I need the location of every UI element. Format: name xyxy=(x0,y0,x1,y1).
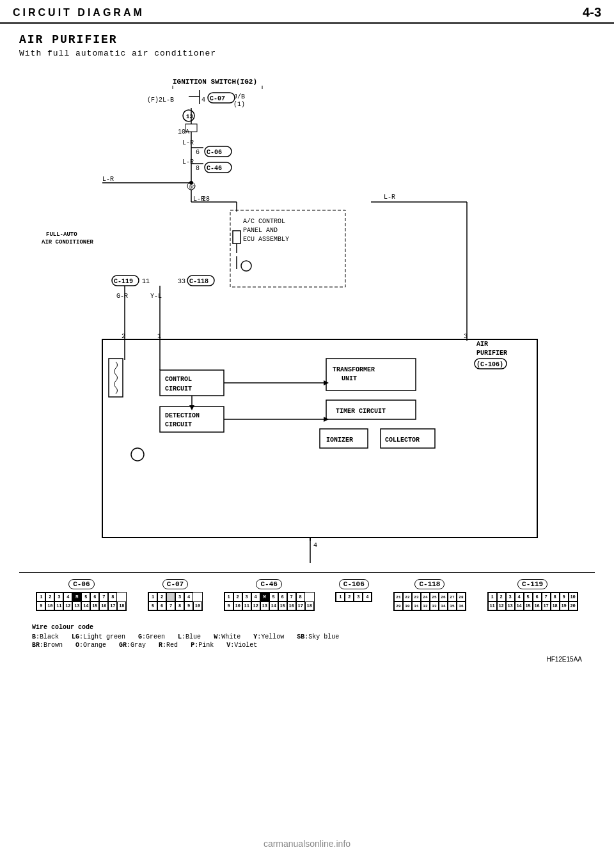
connector-legend: C-06 1 2 3 4 M 5 6 7 8 9 10 11 12 xyxy=(19,572,595,611)
main-content: AIR PURIFIER With full automatic air con… xyxy=(0,24,614,674)
control-circuit: CONTROL xyxy=(165,376,192,383)
wire-code-l: L:Blue xyxy=(178,633,201,640)
c46-pins: 1 2 3 4 M 5 6 7 8 9 10 11 12 13 14 xyxy=(224,592,315,611)
header-title: CIRCUIT DIAGRAM xyxy=(13,7,145,19)
diagram-title: AIR PURIFIER xyxy=(19,33,595,46)
connector-c06: C-06 1 2 3 4 M 5 6 7 8 9 10 11 12 xyxy=(36,579,127,611)
ignition-switch-label: IGNITION SWITCH(IG2) xyxy=(173,78,257,86)
lr-label-1: L-R xyxy=(182,139,194,146)
connector-c119: C-119 1 2 3 4 5 6 7 8 9 10 11 12 13 xyxy=(487,579,578,611)
connector-c07: C-07 1 2 3 4 5 6 7 8 9 10 xyxy=(148,579,203,611)
c119-legend-label: C-119 xyxy=(517,579,547,589)
lr-label-2: L-R xyxy=(182,159,194,166)
c119-inline: C-119 xyxy=(114,278,133,285)
footer-code: HF12E15AA xyxy=(546,656,582,663)
c119-pins: 1 2 3 4 5 6 7 8 9 10 11 12 13 14 15 xyxy=(487,592,578,611)
c118-label: C-118 xyxy=(414,579,445,589)
wire-code-v: V:Violet xyxy=(226,642,257,649)
c46-label: C-46 xyxy=(256,579,281,589)
air-conditioner-label: AIR CONDITIONER xyxy=(42,239,94,245)
pin2: 2 xyxy=(122,333,125,340)
detection-circuit: DETECTION xyxy=(165,412,200,419)
air-purifier-label: AIR xyxy=(476,341,488,348)
c07-label: C-07 xyxy=(210,95,225,102)
transformer-unit: TRANSFORMER xyxy=(333,366,375,373)
svg-text:PANEL AND: PANEL AND xyxy=(243,227,278,234)
wire-code-o: O:Orange xyxy=(75,642,106,649)
c07-pins: 1 2 3 4 5 6 7 8 9 10 xyxy=(148,592,203,611)
wire-code-b: B:Black xyxy=(32,633,59,640)
jb-label: J/B xyxy=(233,93,245,100)
collector-label: COLLECTOR xyxy=(385,437,420,444)
diagram-subtitle: With full automatic air conditioner xyxy=(19,49,595,58)
svg-point-55 xyxy=(131,448,144,461)
connector-c118: C-118 21 22 23 24 25 26 27 28 29 30 31 3… xyxy=(393,579,466,611)
pin4-label: 4 xyxy=(201,97,205,104)
gr-label: G-R xyxy=(116,293,128,300)
wire-code-sb: SB:Sky blue xyxy=(297,633,339,640)
wire-code-p: P:Pink xyxy=(191,642,214,649)
pin6: 6 xyxy=(196,149,200,156)
b-wire-label: B xyxy=(313,562,319,563)
wire-code-w: W:White xyxy=(214,633,240,640)
svg-text:PURIFIER: PURIFIER xyxy=(476,350,507,357)
ionizer-label: IONIZER xyxy=(326,437,353,444)
svg-text:CIRCUIT: CIRCUIT xyxy=(165,385,192,392)
svg-rect-44 xyxy=(326,359,416,391)
pin11: 11 xyxy=(142,278,150,285)
wire-code-y: Y:Yellow xyxy=(253,633,284,640)
pin3: 3 xyxy=(464,333,468,340)
pin1: 1 xyxy=(157,333,161,340)
c106-legend-label: C-106 xyxy=(339,579,369,589)
svg-marker-61 xyxy=(189,405,194,410)
timer-circuit: TIMER CIRCUIT xyxy=(336,408,386,415)
watermark: carmanualsonline.info xyxy=(0,839,614,849)
c106-label: (C-106) xyxy=(476,361,503,368)
f2lb-label: (F)2L-B xyxy=(147,97,174,104)
lr-horiz-label: L-R xyxy=(102,176,114,183)
c46-inline-label: C-46 xyxy=(207,165,222,172)
c118-inline: C-118 xyxy=(189,278,209,285)
c06-inline-label: C-06 xyxy=(207,149,222,156)
full-auto-label: FULL-AUTO xyxy=(46,231,77,238)
header-page: 4-3 xyxy=(583,5,601,20)
wire-code-g: G:Green xyxy=(138,633,165,640)
pin8: 8 xyxy=(196,165,200,172)
connector-c106: C-106 1 2 3 4 xyxy=(335,579,372,602)
page-header: CIRCUIT DIAGRAM 4-3 xyxy=(0,0,614,24)
ac-control-label: A/C CONTROL xyxy=(243,218,285,225)
svg-point-28 xyxy=(241,261,251,271)
svg-text:CIRCUIT: CIRCUIT xyxy=(165,421,192,428)
wire-color-code: Wire colour code B:Black LG:Light green … xyxy=(19,621,595,652)
svg-rect-41 xyxy=(109,359,123,397)
lr-right-label: L-R xyxy=(384,194,395,201)
c06-label: C-06 xyxy=(68,579,94,589)
c106-pins: 1 2 3 4 xyxy=(335,592,372,602)
pin33: 33 xyxy=(178,278,185,285)
pin4-b: 4 xyxy=(313,542,317,549)
wire-code-br: BR:Brown xyxy=(32,642,63,649)
wire-code-r: R:Red xyxy=(159,642,178,649)
svg-text:13: 13 xyxy=(186,114,193,120)
c07-label: C-07 xyxy=(162,579,188,589)
svg-text:(1): (1) xyxy=(233,101,245,108)
c06-pins: 1 2 3 4 M 5 6 7 8 9 10 11 12 13 14 xyxy=(36,592,127,611)
svg-text:ECU ASSEMBLY: ECU ASSEMBLY xyxy=(243,236,289,243)
wire-code-gr: GR:Gray xyxy=(119,642,146,649)
wire-code-lg: LG:Light green xyxy=(72,633,125,640)
svg-text:BG: BG xyxy=(189,185,194,190)
c118-pins: 21 22 23 24 25 26 27 28 29 30 31 32 33 3… xyxy=(393,592,466,611)
svg-rect-30 xyxy=(233,231,240,244)
circuit-diagram: IGNITION SWITCH(IG2) (F)2L-B 4 C-07 J/B … xyxy=(19,65,595,566)
connector-c46: C-46 1 2 3 4 M 5 6 7 8 9 10 11 12 xyxy=(224,579,315,611)
svg-text:UNIT: UNIT xyxy=(342,375,357,382)
